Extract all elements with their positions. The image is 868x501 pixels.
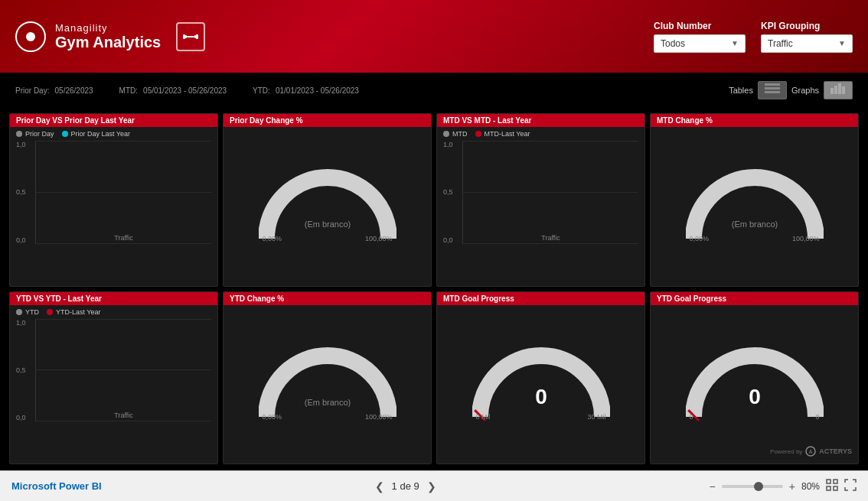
panel-mtd-change-header: MTD Change %: [651, 114, 858, 127]
header-bar: Managility Gym Analytics Club Number Tod…: [0, 0, 868, 73]
panel-ytd-vs-header: YTD VS YTD - Last Year: [10, 292, 217, 305]
panel-prior-day-change-content: (Em branco) 0,00% 100,00%: [224, 127, 431, 282]
mtd-chart-lines: Traffic: [462, 141, 638, 244]
legend-prior-day-last-year-label: Prior Day Last Year: [71, 130, 131, 138]
zoom-minus-button[interactable]: −: [710, 480, 716, 493]
kpi-grouping-group: KPI Grouping Traffic ▼: [761, 21, 853, 53]
panel-ytd-vs: YTD VS YTD - Last Year YTD YTD-Last Year…: [9, 291, 218, 465]
svg-rect-19: [827, 480, 830, 483]
panel-ytd-change: YTD Change % (Em branco) 0,00% 100,00%: [223, 291, 432, 465]
gauge-prior-day-change: (Em branco): [259, 166, 396, 242]
zoom-value: 80%: [801, 481, 820, 492]
panel-ytd-goal-content: 0 0 0 Powered by A ACTERYS: [651, 305, 858, 460]
svg-text:0: 0: [535, 385, 547, 408]
logo-text: Managility Gym Analytics: [55, 22, 161, 51]
svg-rect-22: [834, 486, 837, 490]
ytd-value: 01/01/2023 - 05/26/2023: [276, 86, 359, 95]
ytd-chart-area: 1,0 0,5 0,0 Traffic: [16, 319, 211, 438]
powered-by-text: Powered by: [770, 448, 802, 455]
logo-managility: Managility: [55, 22, 161, 34]
ytd-y-labels: 1,0 0,5 0,0: [16, 319, 35, 422]
mtd-value: 05/01/2023 - 05/26/2023: [143, 86, 227, 95]
svg-rect-4: [187, 36, 194, 37]
svg-rect-2: [185, 35, 187, 38]
mtd-goal-label-right: 30 Mil: [587, 413, 605, 421]
prior-day-value: 05/26/2023: [55, 86, 93, 95]
panel-mtd-legend: MTD MTD-Last Year: [443, 130, 638, 138]
panel-ytd-change-title: YTD Change %: [230, 294, 425, 303]
fit-page-button[interactable]: [826, 479, 838, 493]
logo-icon: [15, 21, 46, 52]
gauge-label-left: 0,00%: [263, 235, 282, 242]
mtd-label: MTD:: [119, 86, 138, 95]
panel-ytd-legend: YTD YTD-Last Year: [16, 308, 211, 316]
legend-dot-ytd-last-year: [47, 309, 53, 315]
ytd-chart-lines: Traffic: [35, 319, 211, 422]
fullscreen-button[interactable]: [844, 479, 857, 493]
nav-area: ❮ 1 de 9 ❯: [375, 480, 436, 493]
panel-mtd-vs-content: MTD MTD-Last Year 1,0 0,5 0,0: [437, 127, 644, 282]
mtd-y-bot: 0,0: [443, 236, 462, 244]
dashboard-grid: Prior Day VS Prior Day Last Year Prior D…: [0, 107, 868, 470]
mtd-gauge-label-left: 0,00%: [690, 235, 710, 242]
mtd-y-top: 1,0: [443, 141, 462, 148]
zoom-plus-button[interactable]: +: [789, 480, 795, 493]
panel-mtd-vs-title: MTD VS MTD - Last Year: [443, 116, 638, 125]
svg-rect-0: [183, 34, 185, 39]
legend-mtd-last-year: MTD-Last Year: [475, 130, 530, 138]
ytd-y-mid: 0,5: [16, 366, 35, 374]
gauge-prior-day-change-labels: 0,00% 100,00%: [263, 235, 393, 242]
kpi-grouping-dropdown[interactable]: Traffic ▼: [761, 34, 853, 53]
club-number-dropdown[interactable]: Todos ▼: [654, 34, 746, 53]
legend-ytd-label: YTD: [25, 308, 39, 316]
svg-text:0: 0: [749, 385, 761, 408]
svg-text:(Em branco): (Em branco): [304, 220, 351, 229]
legend-mtd-label: MTD: [452, 130, 468, 138]
legend-dot-mtd-last-year: [475, 131, 481, 137]
gauge-label-right: 100,00%: [365, 235, 393, 242]
svg-rect-3: [194, 35, 196, 38]
mtd-y-labels: 1,0 0,5 0,0: [443, 141, 462, 244]
tables-label: Tables: [729, 86, 753, 95]
club-number-label: Club Number: [654, 21, 746, 31]
next-page-button[interactable]: ❯: [427, 480, 436, 493]
date-bar: Prior Day: 05/26/2023 MTD: 05/01/2023 - …: [0, 73, 868, 107]
legend-dot-prior-day-last-year: [62, 131, 68, 137]
club-number-group: Club Number Todos ▼: [654, 21, 746, 53]
panel-prior-day-change-header: Prior Day Change %: [224, 114, 431, 127]
prior-day-label: Prior Day:: [15, 86, 49, 95]
panel-prior-day-vs-title: Prior Day VS Prior Day Last Year: [16, 116, 211, 125]
prior-day-date: Prior Day: 05/26/2023: [15, 86, 96, 95]
powerbi-link[interactable]: Microsoft Power BI: [11, 480, 102, 492]
panel-mtd-goal: MTD Goal Progress 0 0 Mil 30 Mil: [436, 291, 645, 465]
legend-mtd-last-year-label: MTD-Last Year: [485, 130, 530, 138]
mtd-chart-area: 1,0 0,5 0,0 Traffic: [443, 141, 638, 259]
legend-prior-day: Prior Day: [16, 130, 54, 138]
prev-page-button[interactable]: ❮: [375, 480, 384, 493]
tables-button[interactable]: [758, 81, 787, 99]
club-number-arrow: ▼: [731, 39, 739, 47]
ytd-date: YTD: 01/01/2023 - 05/26/2023: [253, 86, 362, 95]
svg-rect-8: [830, 88, 834, 94]
view-toggle: Tables Graphs: [729, 81, 853, 99]
gauge-ytd-change-labels: 0,00% 100,00%: [263, 413, 393, 421]
zoom-slider[interactable]: [722, 485, 783, 488]
gauge-mtd-goal-labels: 0 Mil 30 Mil: [476, 413, 606, 421]
panel-ytd-vs-content: YTD YTD-Last Year 1,0 0,5 0,0: [10, 305, 217, 460]
legend-dot-prior-day: [16, 131, 22, 137]
panel-mtd-change: MTD Change % (Em branco) 0,00% 100,00%: [650, 113, 859, 287]
panel-prior-day-change: Prior Day Change % (Em branco) 0,00% 100…: [223, 113, 432, 287]
gauge-ytd-change: (Em branco): [259, 344, 396, 421]
panel-prior-day-legend: Prior Day Prior Day Last Year: [16, 130, 211, 138]
ytd-gauge-label-left: 0,00%: [263, 413, 282, 421]
gauge-mtd-goal: 0: [472, 344, 610, 421]
panel-mtd-vs: MTD VS MTD - Last Year MTD MTD-Last Year…: [436, 113, 645, 287]
bottom-bar: Microsoft Power BI ❮ 1 de 9 ❯ − + 80%: [0, 470, 868, 501]
zoom-area: − + 80%: [710, 479, 857, 493]
ytd-y-bot: 0,0: [16, 414, 35, 421]
legend-mtd: MTD: [443, 130, 468, 138]
svg-rect-21: [827, 486, 830, 490]
ytd-label: YTD:: [253, 86, 270, 95]
graphs-button[interactable]: [824, 81, 853, 99]
club-number-value: Todos: [661, 38, 685, 49]
